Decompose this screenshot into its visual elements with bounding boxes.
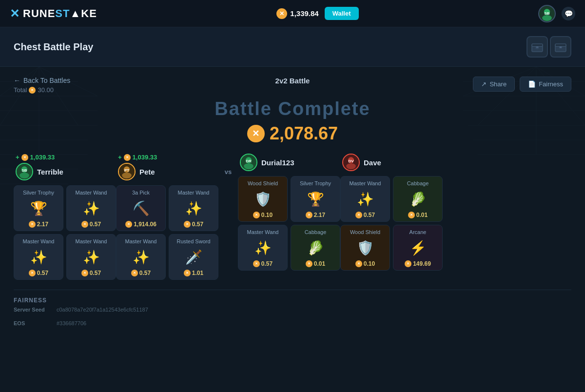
- coin-balance: ✕ 1,339.84: [276, 8, 318, 19]
- item-card-2-2: Master Wand ✨ ✕ 0.57: [238, 225, 288, 271]
- item-name-0-1: Master Wand: [70, 190, 113, 196]
- item-coin-icon: ✕: [81, 270, 88, 276]
- svg-point-39: [20, 173, 29, 178]
- item-price-value: 2.17: [314, 212, 325, 218]
- item-card-0-1: Master Wand ✨ ✕ 0.57: [66, 185, 116, 231]
- navbar-center: ✕ 1,339.84 Wallet: [97, 7, 538, 20]
- player-avatar-0: SB: [16, 163, 33, 180]
- item-price-value: 0.10: [261, 212, 273, 218]
- item-price-value: 149.69: [413, 260, 431, 267]
- item-image-0-0: 🏆: [28, 197, 49, 219]
- item-name-0-0: Silver Trophy: [17, 190, 60, 196]
- page-header: Chest Battle Play -0-: [0, 27, 585, 67]
- fairness-button[interactable]: 📄 Fairness: [520, 77, 571, 92]
- item-image-1-2: ✨: [130, 246, 152, 268]
- svg-point-12: [560, 47, 562, 48]
- svg-text:DV: DV: [348, 159, 354, 163]
- item-image-2-3: 🥬: [305, 237, 326, 258]
- svg-text:SB: SB: [544, 11, 549, 15]
- winnings-plus-icon: +: [16, 154, 20, 161]
- player-avatar-2: DR: [240, 154, 257, 171]
- vs-divider: vs: [218, 154, 238, 176]
- item-coin-icon: ✕: [405, 260, 411, 267]
- back-arrow-icon: ←: [14, 77, 20, 84]
- svg-point-51: [346, 163, 356, 169]
- item-card-3-0: Master Wand ✨ ✕ 0.57: [340, 176, 390, 222]
- navbar-right: SB 💬: [538, 5, 575, 22]
- item-price-1-1: ✕ 0.57: [184, 221, 203, 228]
- server-seed-label: Server Seed: [14, 307, 53, 313]
- items-grid-2: Wood Shield 🛡️ ✕ 0.10 Silver Trophy 🏆 ✕ …: [238, 176, 340, 271]
- item-image-2-0: 🛡️: [252, 188, 273, 210]
- item-card-1-1: Master Wand ✨ ✕ 0.57: [169, 185, 218, 231]
- item-price-value: 0.57: [192, 221, 203, 228]
- items-grid-1: 3a Pick ⛏️ ✕ 1,914.06 Master Wand ✨ ✕ 0.…: [116, 185, 218, 280]
- fairness-label: Fairness: [539, 80, 563, 88]
- navbar: ✕ RUNEST▲KE ✕ 1,339.84 Wallet SB 💬: [0, 0, 585, 27]
- item-card-1-2: Master Wand ✨ ✕ 0.57: [116, 234, 166, 280]
- item-price-1-3: ✕ 1.01: [184, 270, 203, 276]
- logo-text: RUNEST▲KE: [23, 7, 97, 20]
- item-price-0-1: ✕ 0.57: [81, 221, 101, 228]
- svg-point-43: [122, 173, 132, 178]
- item-coin-icon: ✕: [184, 270, 191, 276]
- item-image-3-0: ✨: [354, 188, 376, 210]
- logo: ✕ RUNEST▲KE: [10, 7, 97, 20]
- fairness-section-title: FAIRNESS: [14, 297, 571, 304]
- avatar[interactable]: SB: [538, 5, 556, 22]
- balance-amount: 1,339.84: [290, 9, 318, 18]
- back-section: ← Back To Battles Total ✕ 30.00: [14, 77, 70, 94]
- player-name-1: Pete: [139, 168, 155, 176]
- item-coin-icon: ✕: [355, 212, 362, 218]
- item-card-0-3: Master Wand ✨ ✕ 0.57: [66, 234, 116, 280]
- item-coin-icon: ✕: [253, 212, 260, 218]
- item-price-2-3: ✕ 0.01: [306, 260, 325, 267]
- item-name-3-1: Cabbage: [396, 180, 439, 186]
- item-name-3-3: Arcane: [396, 229, 439, 235]
- item-image-0-3: ✨: [80, 246, 102, 268]
- item-name-0-3: Master Wand: [70, 238, 113, 244]
- coin-icon: ✕: [276, 8, 287, 19]
- share-button[interactable]: ↗ Share: [473, 77, 515, 92]
- amount-coin-icon: ✕: [247, 125, 265, 142]
- item-card-1-0: 3a Pick ⛏️ ✕ 1,914.06: [116, 185, 166, 231]
- item-coin-icon: ✕: [306, 212, 312, 218]
- item-price-value: 0.10: [364, 260, 375, 267]
- svg-text:DR: DR: [246, 159, 252, 163]
- svg-text:PT: PT: [124, 168, 129, 173]
- item-price-0-0: ✕ 2.17: [29, 221, 48, 228]
- amount-value: 2,078.67: [270, 123, 338, 144]
- player-winnings-1: + ✕ 1,039.33: [116, 154, 218, 161]
- back-link[interactable]: ← Back To Battles: [14, 77, 70, 84]
- item-price-value: 0.57: [90, 270, 101, 276]
- player-name-0: Terrible: [37, 168, 63, 176]
- item-name-2-2: Master Wand: [241, 229, 284, 235]
- item-coin-icon: ✕: [125, 221, 132, 228]
- item-image-1-3: 🗡️: [183, 246, 204, 268]
- total-label: Total ✕ 30.00: [14, 86, 70, 94]
- player-winnings-0: + ✕ 1,039.33: [14, 154, 116, 161]
- players-row: + ✕ 1,039.33 SB Terrible Si: [14, 154, 571, 280]
- player-col-durial123: DR Durial123 Wood Shield 🛡️ ✕ 0.10 Silve…: [238, 154, 340, 271]
- battle-type-label: 2v2 Battle: [275, 77, 310, 85]
- winnings-amount: 1,039.33: [30, 154, 55, 161]
- logo-x-icon: ✕: [10, 7, 20, 20]
- wallet-button[interactable]: Wallet: [325, 7, 359, 20]
- total-amount: 30.00: [38, 86, 54, 94]
- item-price-value: 0.57: [37, 270, 48, 276]
- server-seed-value: c0a8078a7e20f7a1a12543e6cfc51187: [57, 307, 148, 313]
- item-card-2-0: Wood Shield 🛡️ ✕ 0.10: [238, 176, 288, 222]
- item-image-0-1: ✨: [80, 197, 102, 219]
- player-header-1: PT Pete: [116, 163, 218, 180]
- svg-point-2: [542, 15, 552, 20]
- item-name-3-0: Master Wand: [344, 180, 387, 186]
- item-image-2-1: 🏆: [305, 188, 326, 210]
- fairness-section: FAIRNESS Server Seed c0a8078a7e20f7a1a12…: [14, 290, 571, 326]
- battle-complete-amount: ✕ 2,078.67: [247, 123, 338, 144]
- svg-rect-5: [532, 44, 543, 46]
- item-coin-icon: ✕: [131, 270, 138, 276]
- item-price-value: 1.01: [192, 270, 203, 276]
- chat-icon[interactable]: 💬: [562, 7, 575, 20]
- item-price-1-0: ✕ 1,914.06: [125, 221, 156, 228]
- item-price-2-2: ✕ 0.57: [253, 260, 273, 267]
